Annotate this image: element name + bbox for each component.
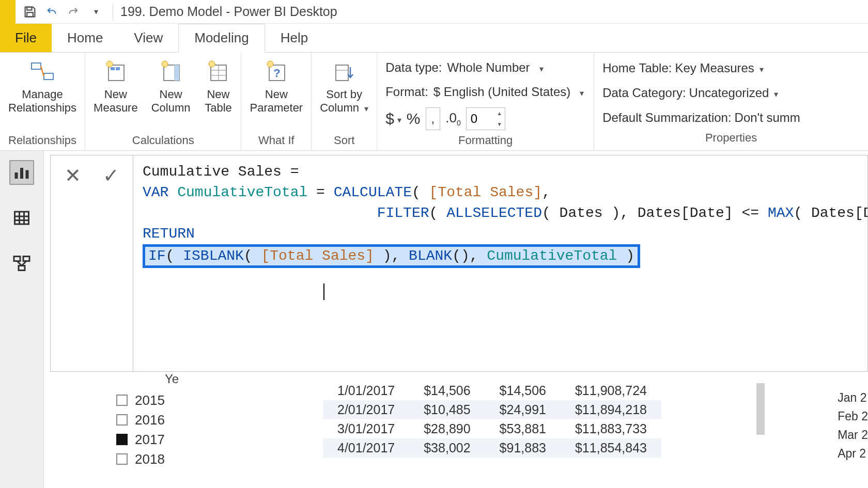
decimal-places-input[interactable] bbox=[467, 108, 494, 130]
chevron-down-icon bbox=[395, 112, 401, 126]
summarization-dropdown[interactable]: Default Summarization: Don't summ bbox=[602, 105, 860, 130]
svg-rect-10 bbox=[174, 65, 179, 81]
table-cell: $14,506 bbox=[485, 381, 561, 400]
ribbon-group-calculations: New Measure New Column New Table Calcula… bbox=[85, 53, 241, 150]
chart-legend-fragment: Jan 2Feb 2Mar 2Apr 2 bbox=[838, 388, 868, 463]
svg-rect-24 bbox=[26, 170, 29, 179]
app-badge bbox=[0, 0, 16, 24]
main-area: Cal ✕ ✓ Cumulative Sales = VAR Cumulativ… bbox=[0, 151, 868, 488]
chevron-down-icon bbox=[772, 86, 778, 100]
svg-rect-3 bbox=[44, 73, 53, 80]
qat-dropdown-icon[interactable] bbox=[88, 5, 102, 19]
svg-rect-31 bbox=[23, 257, 29, 261]
year-slicer[interactable]: Ye 2015201620172018 bbox=[116, 372, 179, 469]
year-label: 2017 bbox=[135, 432, 165, 448]
svg-rect-7 bbox=[116, 67, 120, 70]
model-view-icon[interactable] bbox=[9, 251, 34, 276]
group-label: Relationships bbox=[5, 133, 80, 150]
data-type-dropdown[interactable]: Data type: Whole Number bbox=[385, 56, 585, 80]
legend-item: Jan 2 bbox=[838, 388, 868, 407]
ribbon-group-formatting: Data type: Whole Number Format: $ Englis… bbox=[377, 53, 594, 150]
table-cell: $91,883 bbox=[485, 438, 561, 458]
data-view-icon[interactable] bbox=[9, 206, 34, 230]
tab-view[interactable]: View bbox=[118, 24, 178, 52]
svg-rect-1 bbox=[27, 12, 33, 17]
checkbox[interactable] bbox=[116, 395, 128, 406]
report-view-icon[interactable] bbox=[9, 160, 34, 185]
checkbox[interactable] bbox=[116, 453, 128, 465]
group-label: What If bbox=[246, 133, 306, 150]
format-dropdown[interactable]: Format: $ English (United States) bbox=[385, 80, 585, 103]
svg-rect-32 bbox=[19, 266, 25, 271]
save-icon[interactable] bbox=[23, 5, 37, 19]
svg-rect-2 bbox=[32, 63, 41, 69]
increment-icon[interactable]: ▲ bbox=[494, 108, 505, 119]
tab-file[interactable]: File bbox=[0, 24, 52, 52]
chevron-down-icon bbox=[578, 85, 584, 99]
year-option[interactable]: 2016 bbox=[116, 410, 179, 430]
scrollbar-thumb[interactable] bbox=[756, 383, 765, 435]
group-label: Sort bbox=[317, 133, 371, 150]
table-cell: $10,485 bbox=[409, 400, 485, 419]
table-row[interactable]: 4/01/2017$38,002$91,883$11,854,843 bbox=[323, 438, 661, 458]
table-cell: $11,854,843 bbox=[561, 438, 661, 458]
label: New Parameter bbox=[250, 88, 303, 115]
decimal-places-icon: .00 bbox=[445, 110, 460, 127]
checkbox[interactable] bbox=[116, 434, 128, 445]
commit-formula-button[interactable]: ✓ bbox=[98, 163, 124, 188]
redo-icon[interactable] bbox=[66, 5, 81, 19]
label: Format: bbox=[385, 85, 428, 99]
ribbon-group-properties: Home Table: Key Measures Data Category: … bbox=[594, 53, 868, 150]
formula-bar: ✕ ✓ Cumulative Sales = VAR CumulativeTot… bbox=[50, 155, 868, 372]
percent-button[interactable]: % bbox=[407, 110, 421, 128]
decimal-places-stepper[interactable]: ▲▼ bbox=[466, 107, 505, 130]
tab-modeling[interactable]: Modeling bbox=[178, 24, 265, 53]
sort-by-column-button[interactable]: Sort by Column bbox=[317, 56, 371, 117]
new-column-button[interactable]: New Column bbox=[148, 56, 194, 117]
undo-icon[interactable] bbox=[44, 5, 59, 19]
table-row[interactable]: 3/01/2017$28,890$53,881$11,883,733 bbox=[323, 419, 661, 438]
year-label: 2015 bbox=[135, 392, 165, 408]
svg-rect-6 bbox=[111, 67, 115, 70]
year-option[interactable]: 2015 bbox=[116, 390, 179, 410]
table-cell: 4/01/2017 bbox=[323, 438, 409, 458]
measure-icon bbox=[101, 58, 130, 86]
svg-rect-25 bbox=[15, 212, 29, 224]
new-parameter-button[interactable]: ? New Parameter bbox=[246, 56, 306, 117]
year-label: 2018 bbox=[135, 451, 165, 467]
data-table[interactable]: 1/01/2017$14,506$14,506$11,908,7242/01/2… bbox=[323, 381, 661, 458]
label: New Measure bbox=[94, 88, 138, 115]
value: Whole Number bbox=[447, 60, 530, 75]
chevron-down-icon bbox=[757, 61, 764, 75]
tab-home[interactable]: Home bbox=[52, 24, 118, 52]
thousands-separator-button[interactable]: , bbox=[426, 107, 441, 130]
svg-point-19 bbox=[267, 61, 273, 67]
legend-item: Apr 2 bbox=[838, 444, 868, 463]
formula-editor[interactable]: Cumulative Sales = VAR CumulativeTotal =… bbox=[133, 155, 867, 371]
data-category-dropdown[interactable]: Data Category: Uncategorized bbox=[602, 81, 860, 105]
currency-button[interactable]: $ bbox=[385, 110, 401, 128]
decrement-icon[interactable]: ▼ bbox=[494, 119, 505, 130]
table-row[interactable]: 1/01/2017$14,506$14,506$11,908,724 bbox=[323, 381, 661, 400]
manage-relationships-button[interactable]: Manage Relationships bbox=[5, 56, 80, 117]
table-cell: $14,506 bbox=[409, 381, 485, 400]
svg-point-8 bbox=[106, 61, 113, 67]
separator bbox=[113, 4, 113, 20]
table-cell: 2/01/2017 bbox=[323, 400, 409, 419]
cancel-formula-button[interactable]: ✕ bbox=[60, 163, 86, 188]
new-measure-button[interactable]: New Measure bbox=[90, 56, 141, 117]
label: Manage Relationships bbox=[8, 88, 76, 115]
highlighted-expression: IF( ISBLANK( [Total Sales] ), BLANK(), C… bbox=[143, 244, 640, 268]
label: Data type: bbox=[385, 60, 442, 75]
year-option[interactable]: 2018 bbox=[116, 449, 179, 469]
svg-rect-22 bbox=[15, 172, 18, 179]
legend-item: Feb 2 bbox=[838, 407, 868, 426]
year-option[interactable]: 2017 bbox=[116, 430, 179, 449]
relationships-icon bbox=[28, 58, 57, 86]
home-table-dropdown[interactable]: Home Table: Key Measures bbox=[602, 56, 860, 81]
checkbox[interactable] bbox=[116, 414, 128, 426]
table-row[interactable]: 2/01/2017$10,485$24,991$11,894,218 bbox=[323, 400, 661, 419]
svg-text:?: ? bbox=[273, 67, 280, 80]
tab-help[interactable]: Help bbox=[265, 24, 323, 52]
new-table-button[interactable]: New Table bbox=[200, 56, 236, 117]
